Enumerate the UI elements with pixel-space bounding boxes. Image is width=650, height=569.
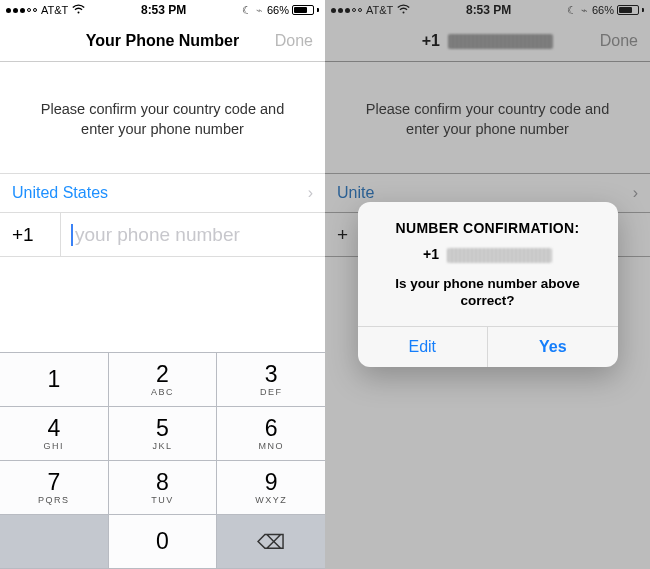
alert-container: NUMBER CONFIRMATION: +1 Is your phone nu… bbox=[325, 0, 650, 569]
key-5[interactable]: 5JKL bbox=[109, 407, 218, 461]
bluetooth-icon: ⌁ bbox=[256, 4, 263, 17]
key-3[interactable]: 3DEF bbox=[217, 353, 325, 407]
battery-indicator: 66% bbox=[267, 4, 319, 16]
country-selector[interactable]: United States › bbox=[0, 173, 325, 213]
backspace-icon: ⌫ bbox=[257, 530, 285, 554]
phone-input-row[interactable]: +1 your phone number bbox=[0, 213, 325, 257]
battery-pct: 66% bbox=[267, 4, 289, 16]
alert-message: Is your phone number above correct? bbox=[374, 275, 602, 310]
country-name: United States bbox=[12, 184, 108, 202]
key-backspace[interactable]: ⌫ bbox=[217, 515, 325, 569]
divider bbox=[60, 213, 61, 256]
key-0[interactable]: 0 bbox=[109, 515, 218, 569]
key-blank bbox=[0, 515, 109, 569]
instruction-text: Please confirm your country code and ent… bbox=[0, 62, 325, 173]
key-6[interactable]: 6MNO bbox=[217, 407, 325, 461]
screen-enter-number: AT&T 8:53 PM ☾ ⌁ 66% Your Phone Number D… bbox=[0, 0, 325, 569]
page-title: Your Phone Number bbox=[12, 32, 313, 50]
edit-button[interactable]: Edit bbox=[358, 327, 489, 367]
key-4[interactable]: 4GHI bbox=[0, 407, 109, 461]
clock: 8:53 PM bbox=[85, 3, 242, 17]
numeric-keypad: 1 2ABC 3DEF 4GHI 5JKL 6MNO 7PQRS 8TUV 9W… bbox=[0, 352, 325, 569]
yes-button[interactable]: Yes bbox=[488, 327, 618, 367]
key-7[interactable]: 7PQRS bbox=[0, 461, 109, 515]
alert-title: NUMBER CONFIRMATION: bbox=[374, 220, 602, 236]
key-8[interactable]: 8TUV bbox=[109, 461, 218, 515]
carrier-label: AT&T bbox=[41, 4, 68, 16]
signal-dots-icon bbox=[6, 8, 37, 13]
nav-bar: Your Phone Number Done bbox=[0, 20, 325, 62]
key-2[interactable]: 2ABC bbox=[109, 353, 218, 407]
moon-icon: ☾ bbox=[242, 4, 252, 17]
chevron-right-icon: › bbox=[308, 184, 313, 202]
alert-number: +1 bbox=[374, 246, 602, 263]
screen-confirmation: AT&T 8:53 PM ☾ ⌁ 66% +1 Done Please conf… bbox=[325, 0, 650, 569]
status-bar: AT&T 8:53 PM ☾ ⌁ 66% bbox=[0, 0, 325, 20]
dial-code: +1 bbox=[12, 224, 50, 246]
text-cursor bbox=[71, 224, 73, 246]
confirmation-alert: NUMBER CONFIRMATION: +1 Is your phone nu… bbox=[358, 202, 618, 367]
wifi-icon bbox=[72, 4, 85, 16]
alert-dial-code: +1 bbox=[423, 246, 439, 262]
key-1[interactable]: 1 bbox=[0, 353, 109, 407]
key-9[interactable]: 9WXYZ bbox=[217, 461, 325, 515]
phone-placeholder: your phone number bbox=[75, 224, 240, 246]
done-button[interactable]: Done bbox=[275, 32, 313, 50]
redacted-number-icon bbox=[447, 248, 552, 263]
